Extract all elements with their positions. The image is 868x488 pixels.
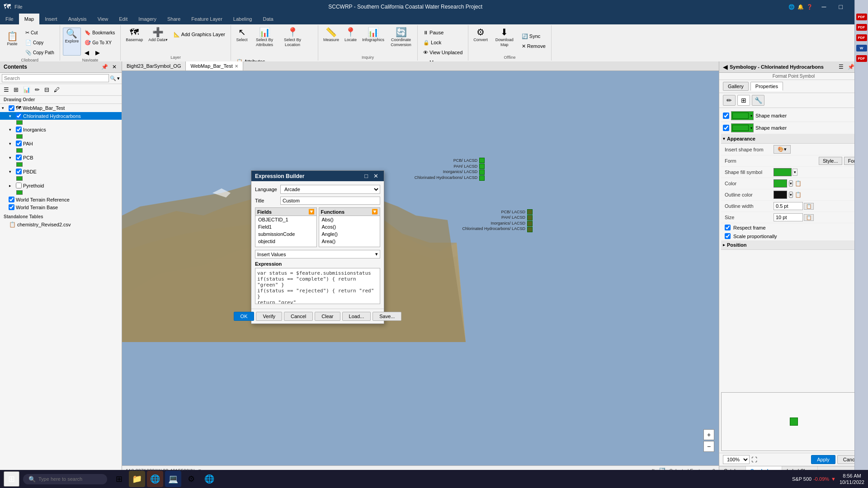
apply-button[interactable]: Apply [811,455,835,464]
chlorinated-checkbox[interactable] [16,113,22,119]
tree-item-pyrethoid[interactable]: ▸ Pyrethoid [0,182,122,189]
copy-button[interactable]: 📄 Copy [23,38,57,47]
webmap-expander[interactable]: ▾ [2,106,7,110]
outline-color-dropdown[interactable]: ▾ [789,192,793,198]
sym-checkbox-2[interactable] [723,125,729,131]
webmap-checkbox[interactable] [9,105,14,111]
tree-item-world-terrain-base[interactable]: ▸ World Terrain Base [0,203,122,211]
tree-item-webmap[interactable]: ▾ 🗺 WebMap_Bar_Test [0,104,122,112]
select-by-location-button[interactable]: 📍 Select By Location [279,26,306,54]
paste-button[interactable]: 📋 Paste [3,30,22,53]
filter-functions-icon[interactable]: 🔽 [372,209,378,215]
load-button[interactable]: Load... [342,312,371,321]
map-tab-webmap[interactable]: WebMap_Bar_Test ✕ [186,61,243,70]
basemap-button[interactable]: 🗺 Basemap [123,26,145,54]
contents-search-input[interactable] [2,74,109,82]
tab-share[interactable]: Share [162,14,186,24]
map-tab-bight23[interactable]: Bight23_BarSymbol_OG [122,61,186,70]
app-menu-file[interactable]: File [14,4,23,9]
dialog-close-button[interactable]: ✕ [372,173,380,179]
tab-map[interactable]: Map [19,14,39,24]
maximize-button[interactable]: □ [835,2,846,11]
pdf-panel-4[interactable]: PDF [856,55,867,62]
select-button[interactable]: ↖ Select [234,26,250,54]
insert-shape-icon-btn[interactable]: 🎨▾ [774,145,791,154]
forward-button[interactable]: ▶ [93,48,103,57]
properties-tab[interactable]: Properties [750,82,783,91]
size-input[interactable] [774,213,803,221]
tree-item-world-terrain-ref[interactable]: ▸ World Terrain Reference [0,196,122,203]
tree-item-chlorinated[interactable]: ▾ Chlorinated Hydrocarbons [0,112,122,120]
world-terrain-base-checkbox[interactable] [9,204,14,210]
lock-button[interactable]: 🔒 Lock [420,38,465,47]
gallery-tab[interactable]: Gallery [723,82,749,91]
taskbar-edge[interactable]: 🌐 [201,471,217,487]
start-button[interactable]: ⊞ [4,471,19,487]
tab-insert[interactable]: Insert [39,14,63,24]
respect-frame-checkbox[interactable] [725,225,731,230]
back-nav-button[interactable]: ◀ [723,63,728,70]
tree-item-pah[interactable]: ▾ PAH [0,140,122,147]
webmap-tab-close[interactable]: ✕ [235,64,238,69]
tab-view[interactable]: View [92,14,114,24]
edit-view-button[interactable]: ✏ [33,85,42,94]
outline-width-copy-btn[interactable]: 📋 [804,203,814,210]
go-to-xy-button[interactable]: 🎯 Go To XY [82,38,118,47]
tab-imagery[interactable]: Imagery [133,14,162,24]
inorganics-checkbox[interactable] [16,127,22,132]
explore-button[interactable]: 🔍 Explore [63,28,81,56]
tree-item-pcb[interactable]: ▾ PCB [0,154,122,161]
inorganics-expander[interactable]: ▾ [9,127,14,132]
chlorinated-expander[interactable]: ▾ [9,114,14,118]
taskbar-search-box[interactable]: 🔍 [23,474,107,484]
pause-button[interactable]: ⏸ Pause [420,28,465,37]
sym-color-btn-2[interactable]: ▾ [731,123,754,132]
size-copy-btn[interactable]: 📋 [804,214,814,221]
remove-button[interactable]: ✕ Remove [519,42,548,51]
pcb-expander[interactable]: ▾ [9,155,14,160]
coordinate-conversion-button[interactable]: 🔄 Coordinate Conversion [387,26,415,54]
outline-color-swatch[interactable] [774,191,787,199]
pcb-checkbox[interactable] [16,155,22,160]
zoom-in-button[interactable]: + [703,429,714,440]
taskbar-vscode[interactable]: 💻 [165,471,181,487]
save-button[interactable]: Save... [373,312,401,321]
outline-width-input[interactable] [774,202,803,210]
pah-checkbox[interactable] [16,141,22,146]
language-select[interactable]: Arcade [280,185,380,194]
color-dropdown-button[interactable]: ▾ [789,180,793,187]
back-button[interactable]: ◀ [82,48,92,57]
word-panel[interactable]: W [856,45,867,52]
cut-button[interactable]: ✂ Cut [23,28,57,37]
field-stationid[interactable]: stationid [255,245,316,247]
field-submissioncode[interactable]: submissionCode [255,230,316,238]
functions-list[interactable]: Abs() Acos() Angle() Area() AreaGeodetic… [319,216,381,247]
pbde-expander[interactable]: ▾ [9,169,14,174]
tab-file[interactable]: File [0,14,19,24]
taskbar-taskview[interactable]: ⊞ [111,471,127,487]
tab-feature-layer[interactable]: Feature Layer [186,14,227,24]
pdf-panel-2[interactable]: PDF [856,24,867,31]
tab-labeling[interactable]: Labeling [228,14,258,24]
tab-data[interactable]: Data [257,14,278,24]
func-abs[interactable]: Abs() [319,216,380,223]
view-unplaced-button[interactable]: 👁 View Unplaced [420,48,465,57]
dialog-maximize-button[interactable]: □ [363,173,370,179]
bookmarks-button[interactable]: 🔖 Bookmarks [82,28,118,37]
taskbar-settings[interactable]: ⚙ [183,471,199,487]
taskbar-chrome[interactable]: 🌐 [147,471,163,487]
infographics-button[interactable]: 📊 Infographics [360,26,387,54]
shape-fill-swatch[interactable] [774,168,792,176]
copy-path-button[interactable]: 📎 Copy Path [23,48,57,57]
pah-expander[interactable]: ▾ [9,141,14,146]
appearance-section[interactable]: ▾ Appearance [721,134,866,144]
style-view-button[interactable]: 🖊 [52,85,61,94]
zoom-select[interactable]: 100% 75% 150% [723,455,750,464]
right-panel-menu-button[interactable]: ☰ [837,63,845,70]
tab-analysis[interactable]: Analysis [63,14,92,24]
add-data-button[interactable]: ➕ Add Data▾ [146,26,170,54]
title-input[interactable] [280,197,380,205]
tree-item-inorganics[interactable]: ▾ Inorganics [0,126,122,133]
taskbar-clock[interactable]: 8:56 AM 10/11/2022 [840,473,864,486]
ok-button[interactable]: OK [234,312,255,321]
